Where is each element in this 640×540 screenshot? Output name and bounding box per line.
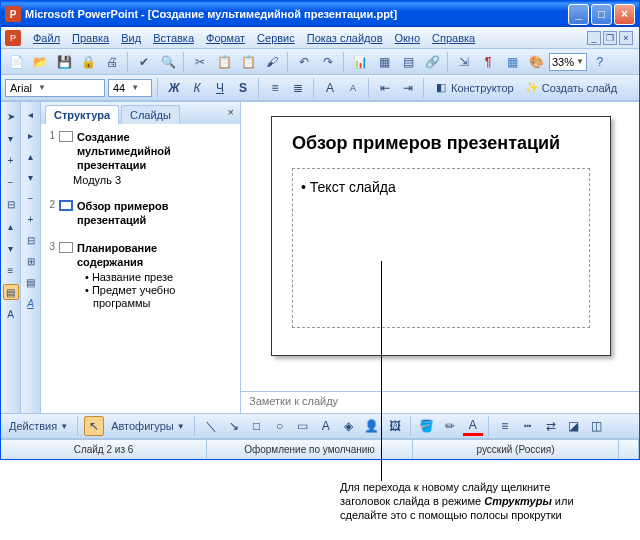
outline-bullet[interactable]: Название презе (41, 271, 240, 284)
mdi-minimize[interactable]: _ (587, 31, 601, 45)
zoom-combo[interactable]: 33%▼ (549, 53, 587, 71)
autoshapes-menu[interactable]: Автофигуры ▼ (107, 416, 189, 436)
color-icon[interactable]: 🎨 (525, 51, 547, 73)
font-color-icon[interactable]: A (463, 416, 483, 436)
picture-icon[interactable]: 🖼 (385, 416, 405, 436)
redo-icon[interactable]: ↷ (317, 51, 339, 73)
titlebar[interactable]: P Microsoft PowerPoint - [Создание мульт… (1, 1, 639, 27)
close-button[interactable]: × (614, 4, 635, 25)
numbering-icon[interactable]: ≡ (265, 78, 285, 98)
expand-icon[interactable]: ⇲ (453, 51, 475, 73)
status-language[interactable]: русский (Россия) (413, 440, 619, 459)
outline-bullet[interactable]: программы (41, 297, 240, 310)
menu-slideshow[interactable]: Показ слайдов (301, 30, 389, 46)
3d-style-icon[interactable]: ◫ (587, 416, 607, 436)
increase-indent-icon[interactable]: ⇥ (398, 78, 418, 98)
close-pane-icon[interactable]: × (228, 106, 234, 118)
open-icon[interactable]: 📂 (29, 51, 51, 73)
tab-outline[interactable]: Структура (45, 105, 119, 124)
menu-file[interactable]: Файл (27, 30, 66, 46)
notes-pane[interactable]: Заметки к слайду (241, 391, 639, 413)
outline-list[interactable]: 1 Созданиемультимедийнойпрезентации Моду… (41, 124, 240, 413)
font-name-combo[interactable]: Arial▼ (5, 79, 105, 97)
tab-slides[interactable]: Слайды (121, 105, 180, 124)
line-style-icon[interactable]: ≡ (495, 416, 515, 436)
copy-icon[interactable]: 📋 (213, 51, 235, 73)
clipart-icon[interactable]: 👤 (362, 416, 382, 436)
minimize-button[interactable]: _ (568, 4, 589, 25)
menu-window[interactable]: Окно (389, 30, 427, 46)
slide-bullet[interactable]: Текст слайда (301, 179, 581, 195)
outline-item[interactable]: 2 Обзор примеровпрезентаций (41, 197, 240, 229)
rectangle-icon[interactable]: □ (247, 416, 267, 436)
hyperlink-icon[interactable]: 🔗 (421, 51, 443, 73)
move-down-icon[interactable]: ▾ (3, 240, 19, 256)
table-icon[interactable]: ▦ (373, 51, 395, 73)
mdi-close[interactable]: × (619, 31, 633, 45)
arrow-tool-icon[interactable]: ↘ (224, 416, 244, 436)
select-icon[interactable]: ↖ (84, 416, 104, 436)
summary2-icon[interactable]: ▤ (23, 274, 39, 290)
decrease-indent-icon[interactable]: ⇤ (375, 78, 395, 98)
summary-icon[interactable]: ▤ (3, 284, 19, 300)
expandall-icon[interactable]: ⊞ (23, 253, 39, 269)
slide-title[interactable]: Обзор примеровпрезентаций (77, 199, 168, 227)
movedown-icon[interactable]: ▾ (23, 169, 39, 185)
expand-all-icon[interactable]: ≡ (3, 262, 19, 278)
chart-icon[interactable]: 📊 (349, 51, 371, 73)
slide-thumb-icon[interactable] (59, 200, 73, 211)
doc-icon[interactable]: P (5, 30, 21, 46)
bold-button[interactable]: Ж (164, 78, 184, 98)
slide-body-placeholder[interactable]: Текст слайда (292, 168, 590, 328)
expand2-icon[interactable]: + (23, 211, 39, 227)
decrease-font-icon[interactable]: A (343, 78, 363, 98)
new-slide-button[interactable]: ✨Создать слайд (521, 78, 621, 98)
show-formatting-icon[interactable]: ¶ (477, 51, 499, 73)
slide-thumb-icon[interactable] (59, 242, 73, 253)
arrow-icon[interactable]: ➤ (3, 108, 19, 124)
diagram-icon[interactable]: ◈ (339, 416, 359, 436)
menu-format[interactable]: Формат (200, 30, 251, 46)
demote-icon[interactable]: ▸ (23, 127, 39, 143)
cut-icon[interactable]: ✂ (189, 51, 211, 73)
permission-icon[interactable]: 🔒 (77, 51, 99, 73)
actions-menu[interactable]: Действия ▼ (5, 416, 72, 436)
bullets-icon[interactable]: ≣ (288, 78, 308, 98)
menu-view[interactable]: Вид (115, 30, 147, 46)
slide-title[interactable]: Планированиесодержания (77, 241, 157, 269)
menu-tools[interactable]: Сервис (251, 30, 301, 46)
font-size-combo[interactable]: 44▼ (108, 79, 152, 97)
showfmt-icon[interactable]: A (23, 295, 39, 311)
fill-color-icon[interactable]: 🪣 (417, 416, 437, 436)
designer-button[interactable]: ◧Конструктор (430, 78, 518, 98)
slide-canvas[interactable]: Обзор примеров презентаций Текст слайда (241, 102, 639, 391)
help-icon[interactable]: ? (589, 51, 611, 73)
menu-edit[interactable]: Правка (66, 30, 115, 46)
wordart-icon[interactable]: A (316, 416, 336, 436)
show-format-icon[interactable]: A (3, 306, 19, 322)
move-up-icon[interactable]: ▴ (3, 218, 19, 234)
save-icon[interactable]: 💾 (53, 51, 75, 73)
outline-item[interactable]: 1 Созданиемультимедийнойпрезентации (41, 128, 240, 174)
plus-icon[interactable]: + (3, 152, 19, 168)
maximize-button[interactable]: □ (591, 4, 612, 25)
collapse-icon[interactable]: ⊟ (3, 196, 19, 212)
collapse2-icon[interactable]: − (23, 190, 39, 206)
menu-insert[interactable]: Вставка (147, 30, 200, 46)
print-icon[interactable]: 🖨 (101, 51, 123, 73)
format-painter-icon[interactable]: 🖌 (261, 51, 283, 73)
slide-title-text[interactable]: Обзор примеров презентаций (292, 133, 590, 154)
shadow-style-icon[interactable]: ◪ (564, 416, 584, 436)
textbox-icon[interactable]: ▭ (293, 416, 313, 436)
undo-icon[interactable]: ↶ (293, 51, 315, 73)
mdi-restore[interactable]: ❐ (603, 31, 617, 45)
minus-icon[interactable]: − (3, 174, 19, 190)
outline-subtitle[interactable]: Модуль 3 (41, 174, 240, 187)
line-icon[interactable]: ＼ (201, 416, 221, 436)
research-icon[interactable]: 🔍 (157, 51, 179, 73)
outline-bullet[interactable]: Предмет учебно (41, 284, 240, 297)
paste-icon[interactable]: 📋 (237, 51, 259, 73)
moveup-icon[interactable]: ▴ (23, 148, 39, 164)
increase-font-icon[interactable]: A (320, 78, 340, 98)
tables-borders-icon[interactable]: ▤ (397, 51, 419, 73)
